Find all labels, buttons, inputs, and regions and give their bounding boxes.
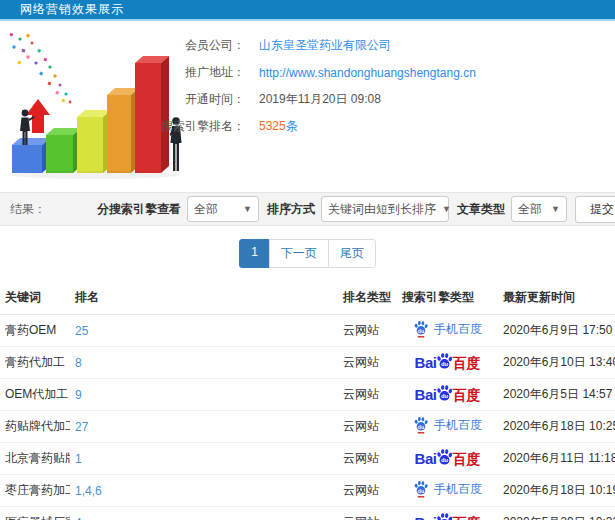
updated-time-cell: 2020年6月5日 14:57 (498, 379, 615, 411)
app-header: 网络营销效果展示 (0, 0, 615, 21)
engine-type-cell: du 手机百度 (397, 475, 498, 507)
svg-text:du: du (418, 424, 424, 430)
svg-text:du: du (441, 457, 449, 463)
table-row: 医疗器械厂家 4 云网站 Bai du 百度 2020年5月29日 10:32 (0, 507, 615, 520)
baidu-logo: Bai du 百度 (415, 384, 481, 405)
rank-link[interactable]: 9 (70, 379, 338, 411)
baidu-logo: Bai du 百度 (415, 512, 481, 520)
rank-link[interactable]: 8 (70, 347, 338, 379)
engine-type-cell: Bai du 百度 (397, 379, 498, 411)
svg-text:du: du (418, 488, 424, 494)
info-row-company: 会员公司： 山东皇圣堂药业有限公司 (150, 32, 476, 59)
bar-orange (107, 88, 139, 173)
bar-yellow (77, 110, 111, 173)
submit-button[interactable]: 提交 (575, 196, 615, 223)
baidu-logo: Bai du 百度 (415, 352, 481, 373)
pagination: 1 下一页 尾页 (0, 239, 615, 268)
baidu-logo-bai-text: Bai (415, 355, 437, 370)
rank-type-cell: 云网站 (338, 347, 397, 379)
engine-type-cell: Bai du 百度 (397, 507, 498, 520)
article-type-select[interactable]: 全部 ▼ (511, 196, 567, 222)
table-row: 膏药代加工 8 云网站 Bai du 百度 2020年6月10日 13:40 (0, 347, 615, 379)
engine-view-select[interactable]: 全部 ▼ (187, 196, 259, 222)
mobile-baidu-label: 手机百度 (434, 323, 482, 335)
engine-rank-label: 搜索引擎排名： (150, 118, 245, 135)
rank-type-cell: 云网站 (338, 507, 397, 520)
mobile-baidu-logo: du 手机百度 (413, 480, 482, 498)
table-row: OEM代加工 9 云网站 Bai du 百度 2020年6月5日 14:57 (0, 379, 615, 411)
mobile-baidu-label: 手机百度 (434, 419, 482, 431)
updated-time-cell: 2020年6月11日 11:18 (498, 443, 615, 475)
rank-link[interactable]: 4 (70, 507, 338, 520)
engine-type-cell: Bai du 百度 (397, 443, 498, 475)
keyword-cell: 药贴牌代加工 (0, 411, 70, 443)
engine-view-label: 分搜索引擎查看 (97, 201, 181, 218)
mobile-baidu-paw-icon: du (413, 416, 429, 434)
sort-selected: 关键词由短到长排序 (328, 201, 436, 218)
baidu-logo: Bai du 百度 (415, 448, 481, 469)
baidu-logo-cn-text: 百度 (452, 388, 480, 402)
next-page-button[interactable]: 下一页 (269, 239, 329, 268)
svg-text:du: du (441, 393, 449, 399)
last-page-button[interactable]: 尾页 (328, 239, 376, 268)
member-info-list: 会员公司： 山东皇圣堂药业有限公司 推广地址： http://www.shand… (150, 32, 476, 140)
baidu-logo-cn-text: 百度 (452, 356, 480, 370)
engine-type-cell: du 手机百度 (397, 411, 498, 443)
rank-type-cell: 云网站 (338, 315, 397, 347)
table-row: 枣庄膏药加工 1,4,6 云网站 du 手机百度 2020年6月18日 10:1… (0, 475, 615, 507)
article-type-selected: 全部 (518, 201, 542, 218)
opened-time-value: 2019年11月20日 09:08 (259, 91, 381, 108)
rank-type-cell: 云网站 (338, 475, 397, 507)
promotion-url-link[interactable]: http://www.shandonghuangshengtang.cn (259, 66, 476, 80)
sort-select[interactable]: 关键词由短到长排序 ▼ (321, 196, 449, 222)
results-table: 关键词 排名 排名类型 搜索引擎类型 最新更新时间 膏药OEM 25 云网站 d… (0, 280, 615, 520)
rank-link[interactable]: 27 (70, 411, 338, 443)
engine-type-cell: Bai du 百度 (397, 347, 498, 379)
promotion-url-label: 推广地址： (150, 64, 245, 81)
rank-link[interactable]: 1,4,6 (70, 475, 338, 507)
rank-type-cell: 云网站 (338, 411, 397, 443)
col-updated: 最新更新时间 (498, 280, 615, 315)
updated-time-cell: 2020年6月10日 13:40 (498, 347, 615, 379)
bar-green (46, 128, 81, 173)
rank-type-cell: 云网站 (338, 443, 397, 475)
chevron-down-icon: ▼ (442, 204, 451, 214)
engine-view-selected: 全部 (194, 201, 218, 218)
mobile-baidu-logo: du 手机百度 (413, 416, 482, 434)
page-title: 网络营销效果展示 (20, 1, 124, 18)
baidu-logo-bai-text: Bai (415, 515, 437, 520)
updated-time-cell: 2020年6月18日 10:19 (498, 475, 615, 507)
keyword-cell: 医疗器械厂家 (0, 507, 70, 520)
baidu-logo-bai-text: Bai (415, 387, 437, 402)
confetti-dots (9, 33, 71, 104)
engine-rank-value: 5325条 (259, 118, 298, 135)
updated-time-cell: 2020年6月18日 10:25 (498, 411, 615, 443)
updated-time-cell: 2020年5月29日 10:32 (498, 507, 615, 520)
opened-time-label: 开通时间： (150, 91, 245, 108)
rank-link[interactable]: 25 (70, 315, 338, 347)
rank-link[interactable]: 1 (70, 443, 338, 475)
svg-text:du: du (418, 328, 424, 334)
baidu-logo-bai-text: Bai (415, 451, 437, 466)
keyword-cell: 膏药OEM (0, 315, 70, 347)
mobile-baidu-logo: du 手机百度 (413, 320, 482, 338)
keyword-cell: 北京膏药贴牌 (0, 443, 70, 475)
company-link[interactable]: 山东皇圣堂药业有限公司 (259, 37, 391, 54)
mobile-baidu-paw-icon: du (413, 320, 429, 338)
info-row-opened: 开通时间： 2019年11月20日 09:08 (150, 86, 476, 113)
info-row-rank-count: 搜索引擎排名： 5325条 (150, 113, 476, 140)
col-rank-type: 排名类型 (338, 280, 397, 315)
svg-text:du: du (441, 361, 449, 367)
company-label: 会员公司： (150, 37, 245, 54)
rank-type-cell: 云网站 (338, 379, 397, 411)
engine-type-cell: du 手机百度 (397, 315, 498, 347)
baidu-logo-cn-text: 百度 (452, 452, 480, 466)
filter-bar: 结果： 分搜索引擎查看 全部 ▼ 排序方式 关键词由短到长排序 ▼ 文章类型 全… (0, 192, 615, 226)
col-keyword: 关键词 (0, 280, 70, 315)
mobile-baidu-paw-icon: du (413, 480, 429, 498)
bar-blue (12, 138, 50, 173)
result-label: 结果： (10, 201, 46, 218)
page-1-button[interactable]: 1 (239, 239, 270, 268)
keyword-cell: OEM代加工 (0, 379, 70, 411)
table-header-row: 关键词 排名 排名类型 搜索引擎类型 最新更新时间 (0, 280, 615, 315)
